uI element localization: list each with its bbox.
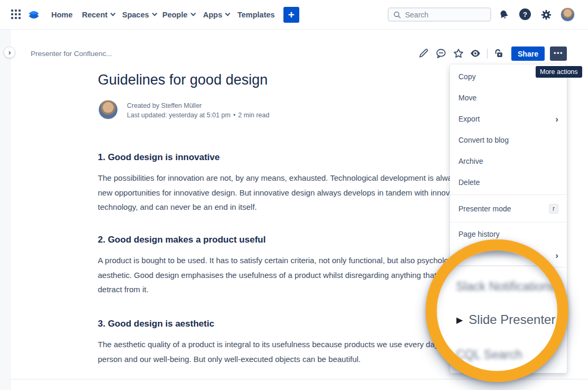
menu-item-move[interactable]: Move <box>450 87 567 108</box>
chevron-down-icon <box>225 11 231 16</box>
chevron-right-icon: › <box>8 48 11 57</box>
settings-gear-icon[interactable] <box>540 9 552 21</box>
watch-eye-icon[interactable] <box>470 48 481 59</box>
menu-item-delete[interactable]: Delete <box>450 172 567 193</box>
search-box[interactable] <box>388 7 491 22</box>
help-icon[interactable]: ? <box>519 8 531 20</box>
nav-item-spaces[interactable]: Spaces <box>122 0 157 29</box>
loupe-menu-divider <box>434 265 561 266</box>
nav-item-recent[interactable]: Recent <box>82 0 115 29</box>
chevron-down-icon <box>111 11 116 16</box>
breadcrumb[interactable]: Presenter for Confluenc... <box>31 50 112 58</box>
collapsed-sidebar-rail <box>0 30 11 390</box>
grid-icon <box>11 9 21 20</box>
edit-pencil-icon[interactable] <box>418 48 429 59</box>
menu-item-convert-to-blog[interactable]: Convert to blog <box>450 129 567 151</box>
nav-item-templates[interactable]: Templates <box>237 0 275 29</box>
nav-item-apps[interactable]: Apps <box>203 0 229 29</box>
loupe-blur-smudge <box>467 247 525 254</box>
author-avatar[interactable] <box>98 100 118 119</box>
byline-updated: Last updated: yesterday at 5:01 pm•2 min… <box>127 110 269 120</box>
comment-icon[interactable] <box>435 48 447 59</box>
notifications-icon[interactable] <box>498 9 510 21</box>
confluence-page: Home Recent Spaces People Apps Templates… <box>0 0 588 390</box>
plus-icon: + <box>288 8 295 21</box>
search-input[interactable] <box>405 11 484 19</box>
menu-item-presenter-mode[interactable]: Presenter mode r <box>450 198 567 219</box>
section-1: 1. Good design is innovative The possibi… <box>98 152 490 215</box>
section-1-body: The possibilities for innovation are not… <box>98 171 490 215</box>
unlock-restrictions-icon[interactable] <box>493 48 504 59</box>
section-3-body: The aesthetic quality of a product is in… <box>98 337 490 366</box>
chevron-down-icon <box>152 11 157 16</box>
shortcut-badge: r <box>549 204 558 213</box>
create-button[interactable]: + <box>283 7 299 23</box>
more-actions-button[interactable]: ••• <box>550 47 567 61</box>
magnifier-loupe: Slack Notifications ▶ Slide Presenter CQ… <box>426 239 568 382</box>
expand-sidebar-button[interactable]: › <box>4 47 15 58</box>
byline: Created by Steffen Müller Last updated: … <box>127 101 269 120</box>
menu-item-cql-search[interactable]: CQL Search <box>456 348 522 362</box>
top-nav: Home Recent Spaces People Apps Templates… <box>0 0 588 30</box>
menu-item-archive[interactable]: Archive <box>450 151 567 172</box>
share-button[interactable]: Share <box>511 47 545 61</box>
user-avatar[interactable] <box>561 7 575 22</box>
menu-item-slide-presenter[interactable]: ▶ Slide Presenter <box>456 312 555 327</box>
byline-created: Created by Steffen Müller <box>127 101 269 110</box>
nav-item-people[interactable]: People <box>162 0 195 29</box>
ellipsis-icon: ••• <box>554 49 563 57</box>
nav-item-home[interactable]: Home <box>51 0 72 29</box>
chevron-down-icon <box>190 11 196 16</box>
toolbar-divider <box>487 49 488 59</box>
menu-group-page-ops: Copy Move Export› Convert to blog Archiv… <box>450 64 567 194</box>
menu-item-slack-notifications[interactable]: Slack Notifications <box>456 280 555 294</box>
read-time: 2 min read <box>238 112 269 119</box>
confluence-logo-icon[interactable] <box>27 8 40 21</box>
menu-group-presenter: Presenter mode r <box>450 195 567 222</box>
app-switcher-icon[interactable] <box>11 9 21 20</box>
play-icon: ▶ <box>456 315 463 325</box>
more-actions-tooltip: More actions <box>536 66 582 78</box>
search-icon <box>393 11 401 19</box>
favorite-star-icon[interactable] <box>453 48 464 59</box>
menu-item-export[interactable]: Export› <box>450 108 567 129</box>
section-1-heading: 1. Good design is innovative <box>98 152 490 163</box>
submenu-chevron-icon: › <box>555 115 558 124</box>
submenu-chevron-icon: › <box>555 251 558 260</box>
section-2-heading: 2. Good design makes a product useful <box>98 235 490 245</box>
page-title: Guidelines for good design <box>98 72 490 88</box>
